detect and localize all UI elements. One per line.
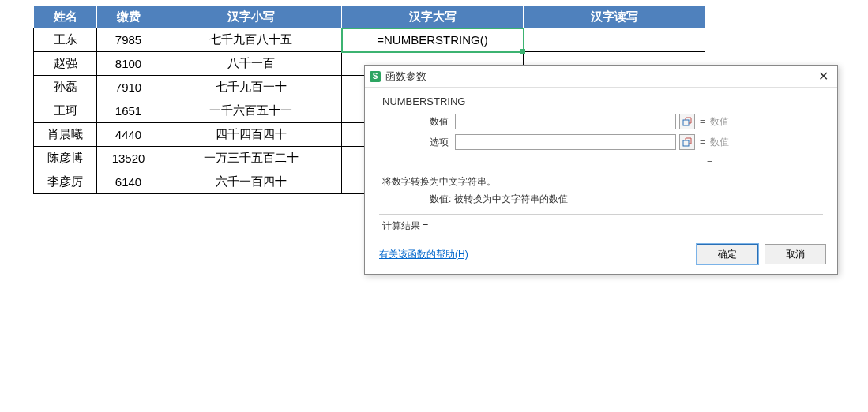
cell-lower[interactable]: 七千九百一十 bbox=[160, 76, 342, 99]
cell-lower[interactable]: 七千九百八十五 bbox=[160, 28, 342, 52]
table-row: 王东 7985 七千九百八十五 =NUMBERSTRING() bbox=[34, 28, 705, 52]
cell-fee[interactable]: 13520 bbox=[97, 147, 160, 170]
svg-rect-1 bbox=[683, 140, 689, 146]
equals-sign: = bbox=[700, 116, 705, 127]
cell-lower[interactable]: 四千四百四十 bbox=[160, 123, 342, 147]
param-help-text: 被转换为中文字符串的数值 bbox=[454, 193, 568, 204]
col-header-fee: 缴费 bbox=[97, 6, 160, 28]
range-select-icon[interactable] bbox=[679, 114, 695, 129]
param-hint-value: 数值 bbox=[710, 115, 729, 129]
param-row-value: 数值 = 数值 bbox=[379, 114, 823, 129]
col-header-read: 汉字读写 bbox=[524, 6, 705, 28]
help-link[interactable]: 有关该函数的帮助(H) bbox=[379, 248, 468, 261]
cell-lower[interactable]: 六千一百四十 bbox=[160, 170, 342, 194]
cell-fee[interactable]: 7985 bbox=[97, 28, 160, 52]
cell-fee[interactable]: 7910 bbox=[97, 76, 160, 99]
dialog-separator bbox=[379, 214, 823, 215]
function-name-label: NUMBERSTRING bbox=[379, 96, 823, 107]
table-header-row: 姓名 缴费 汉字小写 汉字大写 汉字读写 bbox=[34, 6, 705, 28]
cell-name[interactable]: 王珂 bbox=[34, 99, 97, 123]
result-equals: = bbox=[379, 155, 823, 166]
cell-fee[interactable]: 6140 bbox=[97, 170, 160, 194]
dialog-titlebar[interactable]: S 函数参数 ✕ bbox=[365, 66, 837, 88]
cell-name[interactable]: 肖晨曦 bbox=[34, 123, 97, 147]
equals-sign: = bbox=[700, 137, 705, 148]
param-label-option: 选项 bbox=[411, 136, 449, 149]
param-label-value: 数值 bbox=[411, 115, 449, 129]
svg-rect-0 bbox=[683, 120, 689, 125]
formula-text: =NUMBERSTRING() bbox=[377, 33, 487, 47]
calc-result-label: 计算结果 = bbox=[379, 219, 823, 233]
cell-name[interactable]: 赵强 bbox=[34, 52, 97, 76]
close-icon[interactable]: ✕ bbox=[814, 69, 832, 84]
description-block: 将数字转换为中文字符串。 数值: 被转换为中文字符串的数值 bbox=[379, 174, 823, 208]
cell-name[interactable]: 王东 bbox=[34, 28, 97, 52]
cell-read[interactable] bbox=[524, 28, 705, 52]
fill-handle[interactable] bbox=[520, 49, 525, 54]
cell-lower[interactable]: 八千一百 bbox=[160, 52, 342, 76]
cell-upper-active[interactable]: =NUMBERSTRING() bbox=[342, 28, 524, 52]
param-help-label: 数值: bbox=[430, 193, 451, 204]
cell-fee[interactable]: 8100 bbox=[97, 52, 160, 76]
cell-fee[interactable]: 1651 bbox=[97, 99, 160, 123]
col-header-name: 姓名 bbox=[34, 6, 97, 28]
param-row-option: 选项 = 数值 bbox=[379, 134, 823, 150]
cancel-button[interactable]: 取消 bbox=[765, 244, 826, 264]
cell-name[interactable]: 孙磊 bbox=[34, 76, 97, 99]
dialog-footer: 有关该函数的帮助(H) 确定 取消 bbox=[365, 238, 837, 274]
cell-name[interactable]: 李彦厉 bbox=[34, 170, 97, 194]
param-input-option[interactable] bbox=[455, 134, 676, 150]
function-description: 将数字转换为中文字符串。 bbox=[382, 174, 820, 191]
cell-fee[interactable]: 4440 bbox=[97, 123, 160, 147]
cell-lower[interactable]: 一万三千五百二十 bbox=[160, 147, 342, 170]
param-input-value[interactable] bbox=[455, 114, 676, 129]
dialog-body: NUMBERSTRING 数值 = 数值 选项 = 数值 = 将数字转换为中文字… bbox=[365, 88, 837, 238]
function-arguments-dialog: S 函数参数 ✕ NUMBERSTRING 数值 = 数值 选项 = 数值 = … bbox=[364, 65, 838, 275]
cell-lower[interactable]: 一千六百五十一 bbox=[160, 99, 342, 123]
col-header-lower: 汉字小写 bbox=[160, 6, 342, 28]
cell-name[interactable]: 陈彦博 bbox=[34, 147, 97, 170]
ok-button[interactable]: 确定 bbox=[697, 244, 758, 264]
app-logo-icon: S bbox=[370, 71, 381, 82]
range-select-icon[interactable] bbox=[679, 134, 695, 150]
dialog-title-text: 函数参数 bbox=[385, 69, 426, 84]
param-hint-option: 数值 bbox=[710, 136, 729, 149]
col-header-upper: 汉字大写 bbox=[342, 6, 524, 28]
